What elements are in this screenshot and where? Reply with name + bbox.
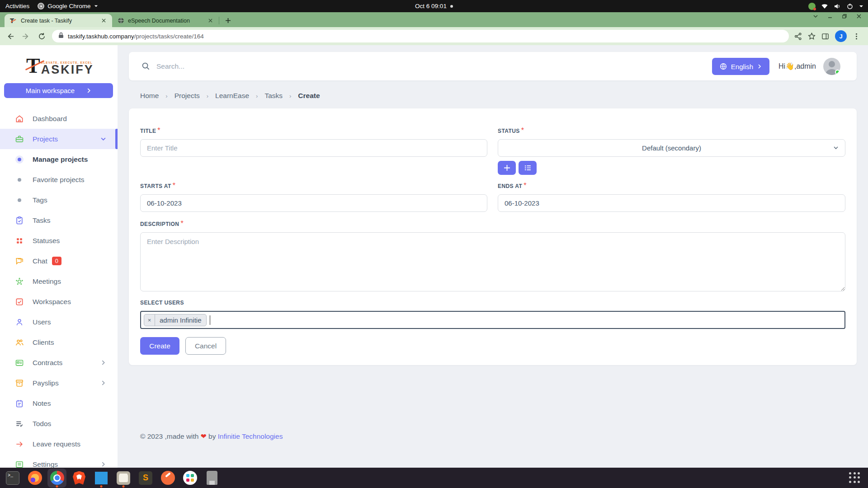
forward-button[interactable] bbox=[20, 30, 32, 42]
cancel-button[interactable]: Cancel bbox=[185, 337, 226, 355]
browser-menu-icon[interactable] bbox=[853, 33, 860, 40]
slack-icon[interactable] bbox=[180, 469, 199, 488]
window-minimize-icon[interactable] bbox=[827, 14, 833, 19]
manage-statuses-button[interactable] bbox=[519, 161, 537, 175]
bullet-icon bbox=[18, 178, 21, 182]
checkbox-icon bbox=[15, 297, 24, 306]
chrome-icon[interactable] bbox=[47, 469, 66, 488]
language-button[interactable]: English bbox=[712, 58, 769, 75]
sidebar-item-todos[interactable]: Todos bbox=[0, 413, 118, 434]
power-icon[interactable] bbox=[846, 3, 854, 10]
sidebar-item-notes[interactable]: Notes bbox=[0, 393, 118, 413]
sidebar-item-chat[interactable]: Chat 0 bbox=[0, 251, 118, 271]
show-applications-icon[interactable] bbox=[849, 472, 861, 484]
breadcrumb-projects[interactable]: Projects bbox=[175, 92, 200, 100]
removable-media-icon[interactable] bbox=[203, 469, 222, 488]
focused-app-menu[interactable]: Google Chrome bbox=[38, 3, 98, 9]
required-asterisk: * bbox=[173, 182, 175, 189]
share-icon[interactable] bbox=[794, 33, 802, 40]
sidebar-item-label: Statuses bbox=[33, 237, 60, 245]
taskify-logo[interactable]: T ELEVATE, EXECUTE, EXCEL ASKIFY bbox=[26, 57, 118, 75]
avatar[interactable] bbox=[823, 58, 840, 75]
add-status-button[interactable] bbox=[498, 161, 516, 175]
tab-title: eSpeech Documentation bbox=[128, 18, 203, 24]
window-menu-chevron-icon[interactable] bbox=[813, 14, 818, 19]
sidebar-item-clients[interactable]: Clients bbox=[0, 332, 118, 352]
breadcrumb-learnease[interactable]: LearnEase bbox=[215, 92, 249, 100]
breadcrumb-separator: › bbox=[165, 93, 167, 99]
chevron-right-icon bbox=[101, 460, 106, 468]
sidebar-item-dashboard[interactable]: Dashboard bbox=[0, 108, 118, 129]
chat-count-badge: 0 bbox=[52, 257, 61, 265]
description-textarea[interactable] bbox=[140, 232, 845, 291]
back-button[interactable] bbox=[4, 30, 16, 42]
remove-user-icon[interactable]: × bbox=[144, 314, 155, 326]
files-icon[interactable] bbox=[114, 469, 133, 488]
sidebar-item-statuses[interactable]: Statuses bbox=[0, 230, 118, 251]
top-header: English Hi👋,admin bbox=[129, 52, 857, 80]
workspace-button-label: Main workspace bbox=[26, 87, 75, 94]
create-button[interactable]: Create bbox=[140, 337, 179, 355]
selected-user-name: admin Infinitie bbox=[155, 316, 206, 324]
grid-dots-icon bbox=[15, 236, 24, 245]
sidebar-item-contracts[interactable]: Contracts bbox=[0, 352, 118, 373]
vscode-icon[interactable] bbox=[92, 469, 111, 488]
tray-app-indicator-icon[interactable] bbox=[808, 3, 816, 10]
ends-at-label: ENDS AT bbox=[498, 183, 522, 189]
tab-espeech-docs[interactable]: eSpeech Documentation bbox=[112, 14, 219, 27]
sidebar-item-users[interactable]: Users bbox=[0, 312, 118, 332]
browser-profile-avatar[interactable]: J bbox=[835, 30, 847, 42]
status-select[interactable]: Default (secondary) bbox=[498, 139, 845, 157]
tab-create-task[interactable]: T Create task - Taskify bbox=[5, 14, 112, 27]
wifi-icon[interactable] bbox=[821, 3, 828, 10]
terminal-icon[interactable]: >_ bbox=[3, 469, 22, 488]
sidebar-item-workspaces[interactable]: Workspaces bbox=[0, 291, 118, 312]
sidebar-item-payslips[interactable]: Payslips bbox=[0, 373, 118, 393]
breadcrumb-separator: › bbox=[256, 93, 258, 99]
sidebar-item-label: Dashboard bbox=[33, 115, 67, 123]
sidebar-item-settings[interactable]: Settings bbox=[0, 454, 118, 468]
bookmark-star-icon[interactable] bbox=[808, 33, 816, 40]
url-bar[interactable]: taskify.taskhub.company/projects/tasks/c… bbox=[52, 30, 789, 42]
starts-at-input[interactable] bbox=[140, 194, 487, 212]
window-restore-icon[interactable] bbox=[842, 14, 847, 19]
firefox-icon[interactable] bbox=[25, 469, 44, 488]
new-tab-button[interactable] bbox=[222, 14, 234, 26]
system-menu-caret-icon[interactable] bbox=[859, 4, 863, 9]
dropdown-caret-icon bbox=[94, 4, 98, 8]
sidebar-item-favorite-projects[interactable]: Favorite projects bbox=[0, 169, 118, 190]
sublime-text-icon[interactable]: S bbox=[136, 469, 155, 488]
sidebar-item-projects[interactable]: Projects bbox=[0, 129, 118, 149]
sidebar-item-label: Settings bbox=[33, 460, 58, 468]
volume-icon[interactable] bbox=[834, 3, 841, 10]
title-input[interactable] bbox=[140, 139, 487, 157]
status-selected-value: Default (secondary) bbox=[642, 144, 701, 152]
brave-icon[interactable] bbox=[70, 469, 89, 488]
breadcrumb-separator: › bbox=[207, 93, 208, 99]
sidebar-item-manage-projects[interactable]: Manage projects bbox=[0, 149, 118, 169]
breadcrumb-home[interactable]: Home bbox=[140, 92, 159, 100]
description-label: DESCRIPTION bbox=[140, 221, 179, 227]
postman-icon[interactable] bbox=[158, 469, 177, 488]
tab-title: Create task - Taskify bbox=[21, 18, 96, 24]
activities-button[interactable]: Activities bbox=[5, 3, 29, 9]
sidebar-item-tasks[interactable]: Tasks bbox=[0, 210, 118, 230]
search-input[interactable] bbox=[156, 62, 346, 70]
breadcrumb-tasks[interactable]: Tasks bbox=[264, 92, 283, 100]
window-close-icon[interactable] bbox=[856, 14, 862, 19]
tab-close-icon[interactable] bbox=[100, 17, 108, 24]
starts-at-label: STARTS AT bbox=[140, 183, 171, 189]
sidebar-item-tags[interactable]: Tags bbox=[0, 190, 118, 210]
sidebar-item-leave-requests[interactable]: Leave requests bbox=[0, 434, 118, 454]
infinitie-link[interactable]: Infinitie Technologies bbox=[218, 432, 283, 440]
chrome-app-icon bbox=[38, 3, 44, 9]
sidebar-item-meetings[interactable]: Meetings bbox=[0, 271, 118, 291]
tab-close-icon[interactable] bbox=[207, 17, 214, 24]
chevron-right-icon bbox=[101, 379, 106, 387]
main-workspace-button[interactable]: Main workspace bbox=[4, 83, 113, 98]
clipboard-check-icon bbox=[15, 216, 24, 225]
reload-button[interactable] bbox=[36, 30, 47, 42]
ends-at-input[interactable] bbox=[498, 194, 845, 212]
select-users-input[interactable]: × admin Infinitie bbox=[140, 311, 845, 329]
side-panel-icon[interactable] bbox=[821, 33, 829, 40]
